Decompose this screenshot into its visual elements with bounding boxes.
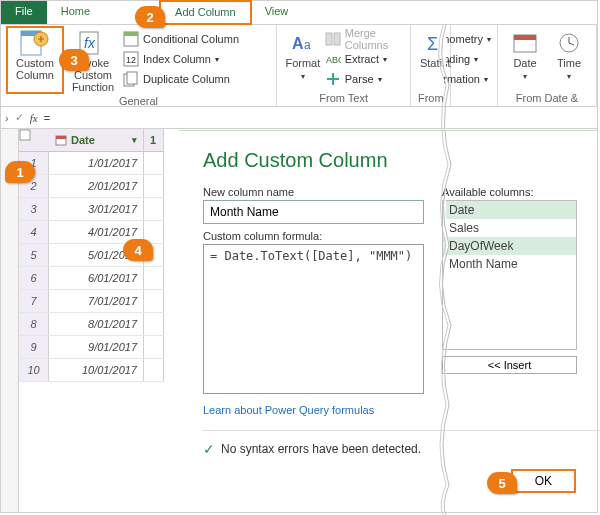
table-row[interactable]: 88/01/2017 bbox=[19, 313, 164, 336]
dropdown-icon: ▾ bbox=[378, 75, 382, 84]
row-number: 3 bbox=[19, 198, 49, 220]
svg-rect-22 bbox=[56, 136, 66, 139]
dropdown-icon: ▾ bbox=[301, 72, 305, 81]
cell[interactable] bbox=[144, 336, 164, 358]
svg-text:ABC: ABC bbox=[326, 55, 341, 65]
rounding-button[interactable]: nding▾ bbox=[443, 49, 491, 69]
list-item[interactable]: Sales bbox=[443, 219, 576, 237]
dialog-title: Add Custom Column bbox=[203, 149, 597, 172]
date-button[interactable]: Date▾ bbox=[504, 27, 546, 83]
cell[interactable] bbox=[144, 198, 164, 220]
tab-file[interactable]: File bbox=[1, 1, 47, 24]
data-grid: Date ▾ 1 11/01/201722/01/201733/01/20174… bbox=[19, 129, 164, 512]
cell-date[interactable]: 3/01/2017 bbox=[49, 198, 144, 220]
cell-date[interactable]: 8/01/2017 bbox=[49, 313, 144, 335]
extract-icon: ABC bbox=[325, 51, 341, 67]
row-number: 9 bbox=[19, 336, 49, 358]
cell[interactable] bbox=[144, 175, 164, 197]
available-columns-list[interactable]: Date Sales DayOfWeek Month Name bbox=[442, 200, 577, 350]
fx-icon: fx bbox=[30, 112, 38, 124]
svg-rect-18 bbox=[514, 35, 536, 40]
ok-button[interactable]: OK bbox=[512, 470, 575, 492]
trig-button[interactable]: nometry▾ bbox=[443, 29, 491, 49]
table-row[interactable]: 1010/01/2017 bbox=[19, 359, 164, 382]
svg-text:a: a bbox=[304, 38, 311, 52]
duplicate-label: Duplicate Column bbox=[143, 73, 230, 85]
column-header-date[interactable]: Date ▾ bbox=[49, 129, 144, 151]
insert-button[interactable]: << Insert bbox=[442, 356, 577, 374]
expand-icon[interactable]: › bbox=[5, 112, 9, 124]
duplicate-column-button[interactable]: Duplicate Column bbox=[123, 69, 239, 89]
dropdown-icon: ▾ bbox=[215, 55, 219, 64]
list-item[interactable]: Month Name bbox=[443, 255, 576, 273]
list-item[interactable]: Date bbox=[443, 201, 576, 219]
tab-view[interactable]: View bbox=[251, 1, 303, 24]
new-column-name-input[interactable] bbox=[203, 200, 424, 224]
callout-5: 5 bbox=[487, 472, 517, 494]
extract-button[interactable]: ABC Extract▾ bbox=[325, 49, 404, 69]
custom-column-icon bbox=[19, 29, 51, 57]
time-button[interactable]: Time▾ bbox=[548, 27, 590, 83]
conditional-label: Conditional Column bbox=[143, 33, 239, 45]
table-row[interactable]: 11/01/2017 bbox=[19, 152, 164, 175]
callout-1: 1 bbox=[5, 161, 35, 183]
parse-icon bbox=[325, 71, 341, 87]
column-header-2[interactable]: 1 bbox=[144, 129, 164, 151]
svg-rect-20 bbox=[20, 130, 30, 140]
svg-text:A: A bbox=[292, 35, 304, 52]
cell-date[interactable]: 9/01/2017 bbox=[49, 336, 144, 358]
callout-2: 2 bbox=[135, 6, 165, 28]
table-row[interactable]: 33/01/2017 bbox=[19, 198, 164, 221]
format-button[interactable]: Aa Format▾ bbox=[283, 27, 323, 89]
table-row[interactable]: 66/01/2017 bbox=[19, 267, 164, 290]
cell[interactable] bbox=[144, 359, 164, 381]
tab-home[interactable]: Home bbox=[47, 1, 104, 24]
svg-text:12: 12 bbox=[126, 55, 136, 65]
cell-date[interactable]: 2/01/2017 bbox=[49, 175, 144, 197]
table-row[interactable]: 77/01/2017 bbox=[19, 290, 164, 313]
row-number: 6 bbox=[19, 267, 49, 289]
conditional-column-button[interactable]: Conditional Column bbox=[123, 29, 239, 49]
learn-link[interactable]: Learn about Power Query formulas bbox=[203, 404, 374, 416]
row-number: 7 bbox=[19, 290, 49, 312]
parse-label: Parse bbox=[345, 73, 374, 85]
cell-date[interactable]: 1/01/2017 bbox=[49, 152, 144, 174]
formula-label: Custom column formula: bbox=[203, 230, 424, 242]
filter-icon[interactable]: ▾ bbox=[132, 135, 137, 145]
cell[interactable] bbox=[144, 313, 164, 335]
available-columns-label: Available columns: bbox=[442, 186, 577, 198]
cell[interactable] bbox=[144, 267, 164, 289]
formula-input[interactable]: = Date.ToText([Date], "MMM") bbox=[203, 244, 424, 394]
callout-3: 3 bbox=[59, 49, 89, 71]
table-row[interactable]: 99/01/2017 bbox=[19, 336, 164, 359]
index-column-button[interactable]: 12 Index Column ▾ bbox=[123, 49, 239, 69]
check-icon[interactable]: ✓ bbox=[15, 111, 24, 124]
index-label: Index Column bbox=[143, 53, 211, 65]
format-label: Format bbox=[285, 57, 320, 69]
row-number: 10 bbox=[19, 359, 49, 381]
list-item[interactable]: DayOfWeek bbox=[443, 237, 576, 255]
group-from-text-label: From Text bbox=[283, 90, 404, 106]
cell[interactable] bbox=[144, 290, 164, 312]
format-icon: Aa bbox=[287, 29, 319, 57]
cell-date[interactable]: 10/01/2017 bbox=[49, 359, 144, 381]
svg-text:fx: fx bbox=[84, 35, 96, 51]
merge-columns-button[interactable]: Merge Columns bbox=[325, 29, 404, 49]
cell[interactable] bbox=[144, 152, 164, 174]
parse-button[interactable]: Parse▾ bbox=[325, 69, 404, 89]
queries-pane-collapsed[interactable] bbox=[1, 129, 19, 512]
date-icon bbox=[509, 29, 541, 57]
cell-date[interactable]: 6/01/2017 bbox=[49, 267, 144, 289]
tab-add-column[interactable]: Add Column bbox=[160, 1, 251, 24]
row-number: 8 bbox=[19, 313, 49, 335]
add-custom-column-dialog: Add Custom Column New column name Custom… bbox=[179, 130, 597, 512]
custom-column-button[interactable]: Custom Column bbox=[7, 27, 63, 93]
information-button[interactable]: rmation▾ bbox=[443, 69, 491, 89]
custom-column-label: Custom Column bbox=[16, 57, 54, 81]
row-number: 4 bbox=[19, 221, 49, 243]
cell-date[interactable]: 7/01/2017 bbox=[49, 290, 144, 312]
table-row[interactable]: 22/01/2017 bbox=[19, 175, 164, 198]
conditional-icon bbox=[123, 31, 139, 47]
grid-corner[interactable] bbox=[19, 129, 49, 151]
time-icon bbox=[553, 29, 585, 57]
